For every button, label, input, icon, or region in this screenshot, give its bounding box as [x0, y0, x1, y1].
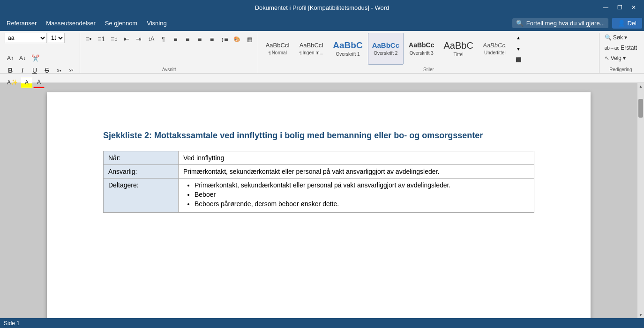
- style-undertittel-label: Undertittel: [484, 50, 506, 55]
- shrink-font-button[interactable]: A↓: [17, 52, 28, 64]
- ribbon-row: aa 11 A↑ A↓ ✂️ B I U S x₂ x² A✨ A: [0, 31, 644, 73]
- heading-part2: Mottakssamtale ved innflytting i bolig m…: [154, 131, 483, 140]
- style-overskrift2-preview: AaBbCc: [372, 42, 399, 50]
- style-ingen[interactable]: AaBbCcI ¶ Ingen m...: [295, 33, 328, 65]
- multilevel-list-button[interactable]: ≡↕: [108, 33, 120, 45]
- style-overskrift2-label: Overskrift 2: [374, 51, 397, 56]
- scrollbar-thumb[interactable]: [638, 99, 643, 118]
- style-overskrift2[interactable]: AaBbCc Overskrift 2: [368, 33, 404, 65]
- close-button[interactable]: ✕: [627, 1, 640, 14]
- select-label: Velg ▾: [611, 55, 626, 61]
- show-formatting-button[interactable]: ¶: [157, 33, 169, 45]
- styles-scroll-down[interactable]: ▼: [514, 45, 523, 53]
- status-text: Side 1: [4, 320, 20, 327]
- align-center-button[interactable]: ≡: [182, 34, 193, 45]
- style-normal[interactable]: AaBbCcI ¶ Normal: [261, 33, 294, 65]
- clear-format-button[interactable]: ✂️: [29, 52, 42, 64]
- style-overskrift1-preview: AaBbC: [333, 41, 362, 51]
- vertical-scrollbar[interactable]: ▲ ▼: [637, 83, 644, 318]
- menu-segjennom[interactable]: Se gjennom: [100, 18, 142, 29]
- align-row: ≡ ≡ ≡ ≡ ↕≡ 🎨 ▦: [170, 34, 255, 45]
- style-normal-preview: AaBbCcI: [266, 42, 290, 49]
- window-controls: — ❐ ✕: [599, 0, 640, 15]
- sort-button[interactable]: ↕A: [145, 33, 157, 45]
- font-name-select[interactable]: aa: [5, 33, 47, 43]
- select-button[interactable]: ↖ Velg ▾: [602, 53, 629, 63]
- numbered-list-button[interactable]: ≡1: [95, 33, 107, 45]
- style-undertittel[interactable]: AaBbCc. Undertittel: [479, 33, 511, 65]
- table-row: Når: Ved innflytting: [104, 151, 534, 165]
- search-icon: 🔍: [516, 20, 524, 27]
- style-tittel[interactable]: AaBbC Tittel: [440, 33, 478, 65]
- style-tittel-label: Tittel: [454, 52, 464, 57]
- bullet-list-button[interactable]: ≡•: [83, 33, 94, 45]
- menu-bar: Referanser Masseutsendelser Se gjennom V…: [0, 15, 644, 31]
- search-edit-icon: 🔍: [605, 34, 612, 41]
- document-table: Når: Ved innflytting Ansvarlig: Primærko…: [103, 151, 534, 213]
- menu-referanser[interactable]: Referanser: [2, 18, 41, 29]
- search-box[interactable]: 🔍 Fortell meg hva du vil gjøre...: [512, 18, 609, 28]
- search-edit-button[interactable]: 🔍 Søk ▾: [602, 33, 630, 42]
- table-value-naar: Ved innflytting: [179, 151, 534, 165]
- align-left-button[interactable]: ≡: [170, 34, 181, 45]
- style-ingen-preview: AaBbCcI: [300, 42, 323, 49]
- share-button[interactable]: 👤 Del: [612, 18, 642, 29]
- restore-button[interactable]: ❐: [613, 1, 626, 14]
- ribbon-bottom-row: [0, 73, 644, 82]
- search-edit-label: Søk ▾: [613, 34, 628, 41]
- list-item: Beboer: [195, 191, 529, 198]
- line-spacing-button[interactable]: ↕≡: [218, 34, 230, 45]
- superscript-button[interactable]: x²: [66, 65, 77, 76]
- style-overskrift1[interactable]: AaBbC Overskrift 1: [329, 33, 367, 65]
- text-effects-button[interactable]: A✨: [5, 77, 20, 88]
- styles-scroll-up[interactable]: ▲: [514, 34, 523, 42]
- grow-font-button[interactable]: A↑: [5, 52, 16, 64]
- paragraph-group: ≡• ≡1 ≡↕ ⇤ ⇥ ↕A ¶ ≡ ≡ ≡ ≡ ↕≡ 🎨 ▦: [80, 33, 258, 73]
- editing-group: 🔍 Søk ▾ ab→ac Erstatt ↖ Velg ▾ Redigerin…: [599, 33, 642, 73]
- app-title: Dokumentet i Profil [Kompatibilitetsmodu…: [255, 4, 389, 11]
- font-format-row: A↑ A↓ ✂️: [5, 52, 77, 64]
- heading-part1: Sjekkliste 2:: [103, 131, 154, 140]
- share-label: Del: [627, 20, 637, 27]
- select-icon: ↖: [605, 55, 609, 61]
- minimize-button[interactable]: —: [599, 1, 612, 14]
- underline-button[interactable]: U: [29, 65, 40, 76]
- align-right-button[interactable]: ≡: [194, 34, 205, 45]
- style-undertittel-preview: AaBbCc.: [483, 42, 507, 49]
- list-row: ≡• ≡1 ≡↕ ⇤ ⇥ ↕A ¶: [83, 33, 169, 45]
- table-value-ansvarlig: Primærkontakt, sekundærkontakt eller per…: [179, 165, 534, 179]
- italic-button[interactable]: I: [17, 65, 28, 76]
- decrease-indent-button[interactable]: ⇤: [121, 33, 132, 45]
- table-label-naar: Når:: [104, 151, 179, 165]
- page-wrapper[interactable]: Sjekkliste 2: Mottakssamtale ved innflyt…: [0, 83, 637, 318]
- document-page: Sjekkliste 2: Mottakssamtale ved innflyt…: [47, 92, 591, 318]
- style-normal-label: ¶ Normal: [269, 50, 287, 55]
- borders-button[interactable]: ▦: [244, 34, 255, 45]
- shading-button[interactable]: 🎨: [231, 34, 243, 45]
- list-item: Primærkontakt, sekundærkontakt eller per…: [195, 181, 529, 189]
- menu-visning[interactable]: Visning: [142, 18, 171, 29]
- increase-indent-button[interactable]: ⇥: [133, 33, 144, 45]
- bold-button[interactable]: B: [5, 65, 16, 76]
- table-row: Ansvarlig: Primærkontakt, sekundærkontak…: [104, 165, 534, 179]
- replace-icon: ab→ac: [605, 45, 620, 51]
- table-label-deltagere: Deltagere:: [104, 179, 179, 213]
- font-color-button[interactable]: A: [33, 77, 45, 88]
- menu-masseutsendelser[interactable]: Masseutsendelser: [41, 18, 100, 29]
- scroll-down-arrow[interactable]: ▼: [637, 312, 644, 318]
- search-placeholder: Fortell meg hva du vil gjøre...: [526, 20, 605, 27]
- document-area: Sjekkliste 2: Mottakssamtale ved innflyt…: [0, 83, 644, 318]
- replace-button[interactable]: ab→ac Erstatt: [602, 43, 639, 52]
- style-overskrift3[interactable]: AaBbCc Overskrift 3: [404, 33, 438, 65]
- font-size-select[interactable]: 11: [48, 33, 65, 43]
- justify-button[interactable]: ≡: [206, 34, 217, 45]
- paragraph-group-label: Avsnitt: [80, 67, 258, 72]
- editing-group-label: Redigering: [599, 67, 642, 72]
- text-highlight-button[interactable]: A: [21, 77, 32, 88]
- scroll-up-arrow[interactable]: ▲: [637, 83, 644, 89]
- status-bar: Side 1: [0, 318, 644, 328]
- title-bar: Dokumentet i Profil [Kompatibilitetsmodu…: [0, 0, 644, 15]
- styles-expand[interactable]: ⬛: [513, 56, 524, 64]
- strikethrough-button[interactable]: S: [41, 65, 52, 76]
- subscript-button[interactable]: x₂: [53, 65, 65, 76]
